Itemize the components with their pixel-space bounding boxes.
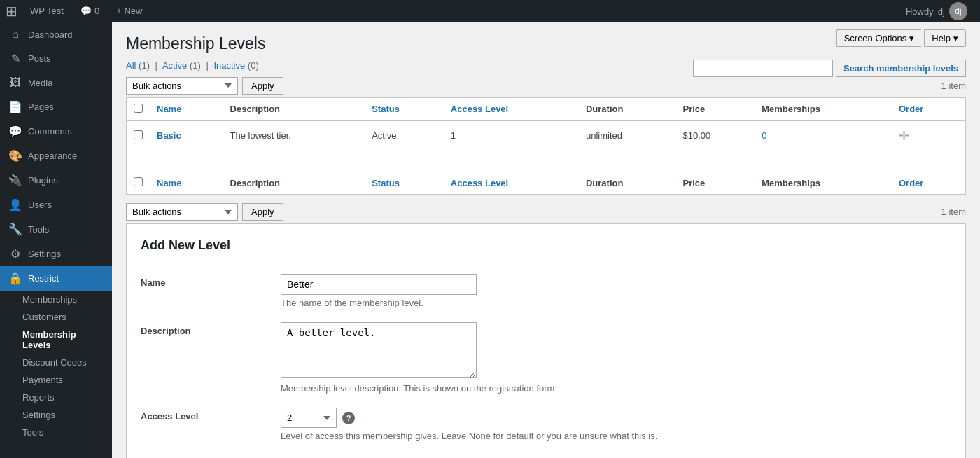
- name-description: The name of the membership level.: [281, 298, 951, 308]
- access-level-wrap: None 1 2 3 ?: [281, 408, 951, 428]
- col-footer-name: Name: [150, 172, 223, 195]
- apply-button-top[interactable]: Apply: [242, 77, 284, 95]
- admin-bar: ⊞ WP Test 💬 0 + New Howdy, dj dj: [0, 0, 980, 22]
- comments-link[interactable]: 💬 0: [74, 0, 106, 22]
- sidebar-item-tools[interactable]: 🔧 Tools: [0, 217, 112, 242]
- form-cell-access-level: None 1 2 3 ? Level of access this member…: [281, 401, 951, 448]
- row-name-link[interactable]: Basic: [157, 130, 181, 141]
- header-buttons: Screen Options ▾ Help ▾: [836, 29, 966, 47]
- membership-levels-table: Name Description Status Access Level Dur…: [126, 97, 966, 195]
- sidebar-item-pages[interactable]: 📄 Pages: [0, 95, 112, 119]
- col-header-status: Status: [365, 97, 444, 120]
- sidebar-item-restrict[interactable]: 🔒 Restrict: [0, 266, 112, 291]
- row-description-cell: The lowest tier.: [223, 120, 365, 151]
- user-greeting[interactable]: Howdy, dj dj: [899, 2, 974, 20]
- howdy-text: Howdy, dj: [906, 6, 945, 17]
- row-description-text: The lowest tier.: [230, 130, 291, 141]
- submenu-item-memberships[interactable]: Memberships: [0, 291, 112, 308]
- submenu-item-payments[interactable]: Payments: [0, 371, 112, 389]
- sidebar-item-media[interactable]: 🖼 Media: [0, 71, 112, 95]
- submenu-item-customers[interactable]: Customers: [0, 308, 112, 326]
- sidebar-label-restrict: Restrict: [28, 273, 59, 284]
- row-memberships-link[interactable]: 0: [762, 130, 766, 141]
- submenu-item-reports[interactable]: Reports: [0, 389, 112, 406]
- wp-logo-icon[interactable]: ⊞: [6, 3, 18, 20]
- sidebar-item-dashboard[interactable]: ⌂ Dashboard: [0, 22, 112, 46]
- appearance-icon: 🎨: [8, 149, 22, 162]
- select-all-footer-checkbox[interactable]: [134, 177, 143, 186]
- col-sort-order[interactable]: Order: [899, 104, 923, 114]
- search-input[interactable]: [693, 60, 833, 77]
- form-cell-name: The name of the membership level.: [281, 267, 951, 315]
- search-button[interactable]: Search membership levels: [836, 60, 966, 77]
- sidebar-label-plugins: Plugins: [28, 175, 58, 186]
- sidebar-item-users[interactable]: 👤 Users: [0, 193, 112, 217]
- col-footer-price: Price: [676, 172, 755, 195]
- screen-options-arrow-icon: ▾: [909, 33, 914, 43]
- submenu-item-tools[interactable]: Tools: [0, 424, 112, 441]
- submenu-item-settings[interactable]: Settings: [0, 406, 112, 424]
- main-content: Membership Levels Screen Options ▾ Help …: [112, 22, 980, 458]
- filter-search-area: All (1) | Active (1) | Inactive (0) Sear…: [126, 60, 966, 77]
- sidebar-label-settings: Settings: [28, 249, 61, 259]
- sidebar-item-settings[interactable]: ⚙ Settings: [0, 242, 112, 266]
- filter-inactive-link[interactable]: Inactive: [214, 60, 245, 71]
- row-duration-cell: unlimited: [579, 120, 676, 151]
- sidebar-item-plugins[interactable]: 🔌 Plugins: [0, 168, 112, 193]
- screen-options-button[interactable]: Screen Options ▾: [836, 29, 922, 47]
- sidebar-item-appearance[interactable]: 🎨 Appearance: [0, 144, 112, 168]
- sidebar-label-appearance: Appearance: [28, 151, 77, 161]
- bulk-actions-select-bottom[interactable]: Bulk actions: [126, 203, 238, 221]
- col-footer-sort-status[interactable]: Status: [372, 178, 400, 188]
- submenu-item-membership-levels[interactable]: Membership Levels: [0, 326, 112, 354]
- add-new-form: Name The name of the membership level. D…: [141, 267, 951, 448]
- empty-cell: [127, 151, 966, 172]
- row-order-cell: ✛: [892, 120, 966, 151]
- membership-levels-table-section: Name Description Status Access Level Dur…: [126, 97, 966, 195]
- description-hint: Membership level description. This is sh…: [281, 383, 951, 394]
- sidebar-label-comments: Comments: [28, 126, 72, 137]
- comments-count: 0: [94, 0, 99, 22]
- col-footer-order: Order: [892, 172, 966, 195]
- row-checkbox[interactable]: [134, 130, 143, 139]
- comment-bubble-icon: 💬: [80, 0, 92, 22]
- filter-active-link[interactable]: Active: [162, 60, 187, 71]
- form-label-access-level: Access Level: [141, 401, 281, 448]
- col-sort-status[interactable]: Status: [372, 104, 400, 114]
- col-footer-sort-order[interactable]: Order: [899, 178, 923, 188]
- access-level-help-icon[interactable]: ?: [342, 412, 355, 424]
- sidebar-label-posts: Posts: [28, 53, 51, 64]
- pages-icon: 📄: [8, 100, 22, 113]
- form-row-access-level: Access Level None 1 2 3 ?: [141, 401, 951, 448]
- help-button[interactable]: Help ▾: [924, 29, 966, 47]
- col-footer-sort-access[interactable]: Access Level: [451, 178, 508, 188]
- filter-active-count: (1): [190, 60, 204, 71]
- bulk-actions-select-top[interactable]: Bulk actions: [126, 77, 238, 95]
- apply-button-bottom[interactable]: Apply: [242, 203, 284, 221]
- select-all-checkbox[interactable]: [134, 104, 143, 113]
- description-textarea[interactable]: A better level.: [281, 322, 477, 378]
- col-footer-sort-name[interactable]: Name: [157, 178, 181, 188]
- col-sort-name[interactable]: Name: [157, 104, 181, 114]
- separator-2: |: [203, 60, 211, 71]
- col-footer-description: Description: [223, 172, 365, 195]
- submenu-item-discount-codes[interactable]: Discount Codes: [0, 354, 112, 371]
- col-sort-access-level[interactable]: Access Level: [451, 104, 508, 114]
- drag-handle-icon[interactable]: ✛: [899, 129, 909, 143]
- new-content-link[interactable]: + New: [109, 0, 149, 22]
- sidebar-item-comments[interactable]: 💬 Comments: [0, 119, 112, 144]
- row-price-cell: $10.00: [676, 120, 755, 151]
- filter-all-count: (1): [139, 60, 153, 71]
- row-name-cell: Basic: [150, 120, 223, 151]
- site-name-link[interactable]: WP Test: [23, 0, 71, 22]
- row-status-text: Active: [372, 130, 396, 141]
- col-header-access-level: Access Level: [444, 97, 579, 120]
- item-count-bottom: 1 item: [941, 207, 966, 217]
- filter-all-link[interactable]: All: [126, 60, 136, 71]
- access-level-select[interactable]: None 1 2 3: [281, 408, 337, 428]
- sidebar-item-posts[interactable]: ✎ Posts: [0, 46, 112, 71]
- media-icon: 🖼: [8, 76, 22, 89]
- restrict-submenu: Memberships Customers Membership Levels …: [0, 291, 112, 441]
- restrict-icon: 🔒: [8, 272, 22, 285]
- name-input[interactable]: [281, 274, 477, 295]
